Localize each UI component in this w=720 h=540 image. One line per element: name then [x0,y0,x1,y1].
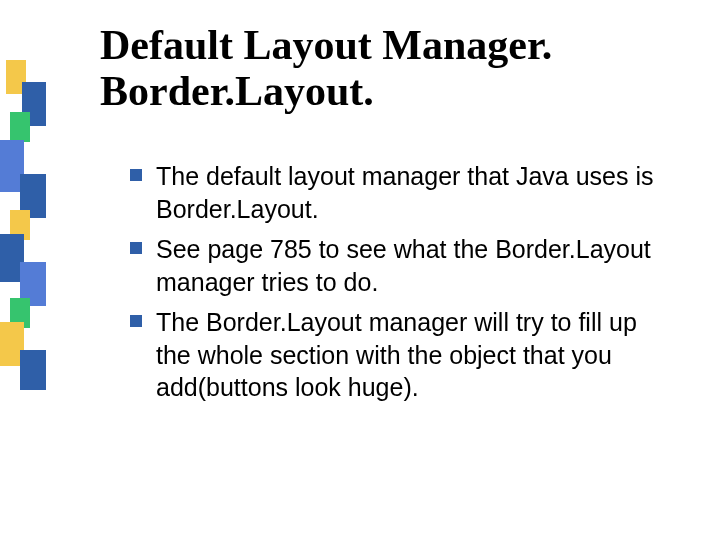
square-bullet-icon [130,242,142,254]
square-bullet-icon [130,315,142,327]
decorative-sidebar [0,0,48,540]
list-item: The Border.Layout manager will try to fi… [130,306,670,404]
slide: Default Layout Manager. Border.Layout. T… [0,0,720,540]
square-bullet-icon [130,169,142,181]
bullet-text: The Border.Layout manager will try to fi… [156,306,670,404]
bullet-text: The default layout manager that Java use… [156,160,670,225]
bullet-text: See page 785 to see what the Border.Layo… [156,233,670,298]
list-item: See page 785 to see what the Border.Layo… [130,233,670,298]
list-item: The default layout manager that Java use… [130,160,670,225]
decorative-block [20,350,46,390]
decorative-block [10,112,30,142]
bullet-list: The default layout manager that Java use… [130,160,670,412]
slide-title: Default Layout Manager. Border.Layout. [100,22,660,114]
